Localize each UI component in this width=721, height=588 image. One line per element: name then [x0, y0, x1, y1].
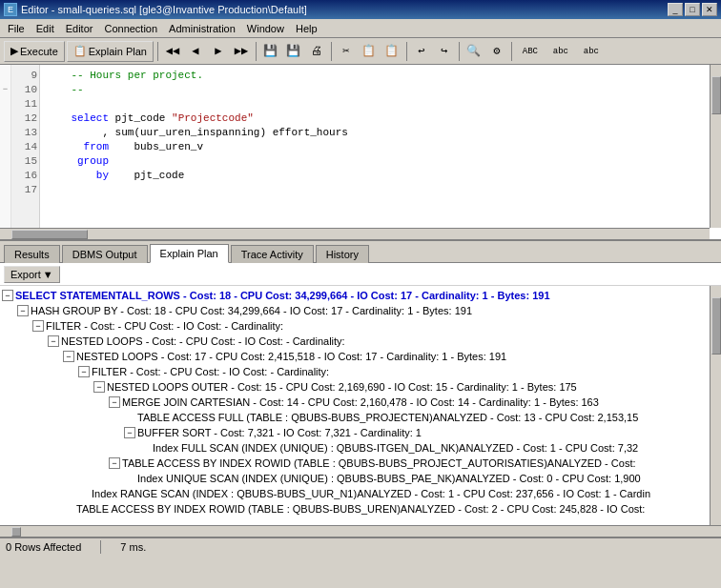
tree-row: + TABLE ACCESS BY INDEX ROWID (TABLE : Q… [0, 501, 708, 517]
toolbar-back-button[interactable]: ◀◀ [162, 41, 183, 62]
expand-4[interactable]: − [63, 351, 74, 362]
toolbar-save-button[interactable]: 💾 [260, 41, 281, 62]
toolbar-sep-1 [157, 42, 158, 61]
expand-9[interactable]: − [124, 427, 135, 438]
expand-2[interactable]: − [32, 320, 44, 332]
tree-row: + Index UNIQUE SCAN (INDEX (UNIQUE) : QB… [0, 471, 708, 486]
menu-editor[interactable]: Editor [60, 21, 99, 36]
expand-1[interactable]: − [17, 305, 29, 316]
editor-area: − 9 10 11 12 13 14 15 16 17 -- Hours per… [0, 65, 721, 241]
time-text: 7 ms. [120, 541, 146, 553]
menu-connection[interactable]: Connection [98, 21, 163, 36]
title-bar-left: E Editor - small-queries.sql [gle3@Invan… [4, 3, 307, 16]
tree-row: − HASH GROUP BY - Cost: 18 - CPU Cost: 3… [0, 303, 708, 318]
line-numbers: 9 10 11 12 13 14 15 16 17 [11, 65, 40, 239]
expand-3[interactable]: − [48, 335, 59, 347]
export-button[interactable]: Export ▼ [4, 266, 60, 283]
export-dropdown-arrow: ▼ [43, 269, 53, 280]
menu-administration[interactable]: Administration [163, 21, 241, 36]
tree-row: − MERGE JOIN CARTESIAN - Cost: 14 - CPU … [0, 395, 708, 410]
toolbar-sep-2 [256, 42, 257, 61]
tree-row: − NESTED LOOPS - Cost: 17 - CPU Cost: 2,… [0, 349, 708, 364]
title-bar: E Editor - small-queries.sql [gle3@Invan… [0, 0, 721, 19]
toolbar-abc-upper-button[interactable]: ABC [516, 41, 545, 62]
maximize-button[interactable]: □ [685, 3, 700, 16]
results-scrollbar-h[interactable] [0, 525, 721, 537]
tree-row: − NESTED LOOPS - Cost: - CPU Cost: - IO … [0, 334, 708, 349]
expand-0[interactable]: − [2, 290, 13, 301]
expand-11[interactable]: − [109, 457, 120, 469]
toolbar-prev-button[interactable]: ◀ [185, 41, 206, 62]
toolbar-forward-button[interactable]: ▶▶ [231, 41, 252, 62]
toolbar-sep-5 [459, 42, 460, 61]
tab-explain-plan[interactable]: Explain Plan [150, 244, 229, 263]
toolbar-redo-button[interactable]: ↪ [434, 41, 455, 62]
toolbar-sep-4 [406, 42, 407, 61]
tab-history[interactable]: History [316, 245, 369, 263]
tree-row: − TABLE ACCESS BY INDEX ROWID (TABLE : Q… [0, 456, 708, 471]
tree-row: − SELECT STATEMENTALL_ROWS - Cost: 18 - … [0, 288, 708, 303]
explain-icon: 📋 [73, 45, 87, 57]
status-bar: 0 Rows Affected 7 ms. [0, 537, 721, 556]
tab-results[interactable]: Results [4, 245, 60, 263]
close-button[interactable]: ✕ [702, 3, 717, 16]
results-panel: Results DBMS Output Explain Plan Trace A… [0, 241, 721, 537]
toolbar-cut-button[interactable]: ✂ [336, 41, 357, 62]
toolbar-search-button[interactable]: 🔍 [464, 41, 484, 62]
expand-7[interactable]: − [109, 396, 120, 408]
toolbar-save-all-button[interactable]: 💾 [283, 41, 304, 62]
export-label: Export [10, 269, 41, 280]
editor-content[interactable]: − 9 10 11 12 13 14 15 16 17 -- Hours per… [0, 65, 721, 239]
tree-scrollbar-v[interactable] [710, 286, 721, 525]
menu-bar: File Edit Editor Connection Administrati… [0, 19, 721, 38]
tree-row: + TABLE ACCESS FULL (TABLE : QBUBS-BUBS_… [0, 410, 708, 425]
editor-scrollbar-vertical[interactable] [710, 65, 721, 228]
tab-dbms-output[interactable]: DBMS Output [62, 245, 148, 263]
tab-trace-activity[interactable]: Trace Activity [231, 245, 314, 263]
tree-row: + Index FULL SCAN (INDEX (UNIQUE) : QBUB… [0, 440, 708, 456]
editor-scroll-thumb-h[interactable] [11, 230, 88, 239]
expand-6[interactable]: − [93, 381, 105, 393]
minimize-button[interactable]: _ [668, 3, 683, 16]
rows-affected-text: 0 Rows Affected [6, 541, 81, 553]
tree-row: − BUFFER SORT - Cost: 7,321 - IO Cost: 7… [0, 425, 708, 440]
app-icon: E [4, 3, 17, 16]
toolbar-sep-3 [331, 42, 332, 61]
tree-content[interactable]: − SELECT STATEMENTALL_ROWS - Cost: 18 - … [0, 286, 721, 525]
menu-edit[interactable]: Edit [31, 21, 60, 36]
menu-help[interactable]: Help [290, 21, 323, 36]
results-toolbar: Export ▼ [0, 263, 721, 286]
editor-scrollbar-horizontal[interactable] [0, 228, 710, 239]
toolbar-paste-button[interactable]: 📋 [381, 41, 402, 62]
toolbar-abc-mixed-button[interactable]: abc [577, 41, 606, 62]
status-separator [100, 540, 101, 554]
tree-row: + Index RANGE SCAN (INDEX : QBUBS-BUBS_U… [0, 486, 708, 501]
title-bar-buttons: _ □ ✕ [668, 3, 717, 16]
explain-plan-button[interactable]: 📋 Explain Plan [67, 41, 154, 62]
toolbar-copy-button[interactable]: 📋 [359, 41, 380, 62]
tree-row: − NESTED LOOPS OUTER - Cost: 15 - CPU Co… [0, 379, 708, 395]
expand-5[interactable]: − [78, 366, 90, 377]
menu-window[interactable]: Window [241, 21, 290, 36]
toolbar-filter-button[interactable]: ⚙ [486, 41, 507, 62]
fold-gutter: − [0, 65, 11, 239]
tree-row: − FILTER - Cost: - CPU Cost: - IO Cost: … [0, 318, 708, 334]
toolbar: ▶ Execute 📋 Explain Plan ◀◀ ◀ ▶ ▶▶ 💾 💾 🖨… [0, 38, 721, 65]
execute-button[interactable]: ▶ Execute [4, 41, 65, 62]
code-editor[interactable]: -- Hours per project. -- select pjt_code… [40, 65, 721, 239]
toolbar-print-button[interactable]: 🖨 [306, 41, 327, 62]
execute-icon: ▶ [10, 45, 18, 57]
tree-row: − FILTER - Cost: - CPU Cost: - IO Cost: … [0, 364, 708, 379]
toolbar-sep-6 [511, 42, 512, 61]
toolbar-abc-lower-button[interactable]: abc [546, 41, 575, 62]
menu-file[interactable]: File [2, 21, 31, 36]
tabs-bar: Results DBMS Output Explain Plan Trace A… [0, 241, 721, 263]
toolbar-undo-button[interactable]: ↩ [411, 41, 432, 62]
title-bar-text: Editor - small-queries.sql [gle3@Invanti… [21, 4, 307, 15]
toolbar-next-button[interactable]: ▶ [208, 41, 229, 62]
